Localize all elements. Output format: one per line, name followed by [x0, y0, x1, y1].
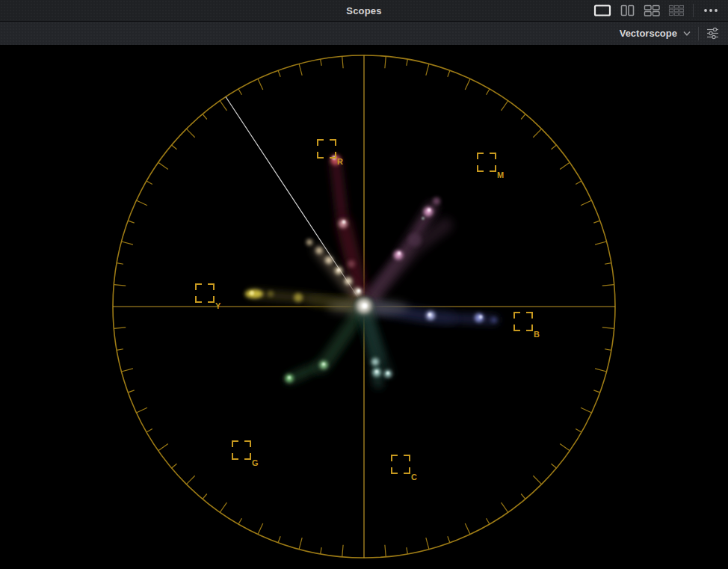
titlebar-separator — [693, 4, 694, 17]
target-label-C: C — [411, 473, 417, 482]
magenta-arm-fog — [364, 225, 445, 307]
layout-dual-button[interactable] — [617, 2, 638, 19]
target-label-B: B — [534, 330, 540, 339]
chevron-down-icon — [682, 31, 691, 37]
layout-quad-button[interactable] — [640, 2, 664, 19]
layout-single-button[interactable] — [590, 2, 615, 19]
scope-mode-label: Vectorscope — [620, 28, 677, 39]
toolbar-separator — [698, 27, 699, 40]
scope-toolbar: Vectorscope — [0, 22, 728, 45]
more-options-button[interactable] — [699, 5, 723, 16]
target-label-Y: Y — [215, 301, 221, 310]
green-arm-fog — [321, 307, 364, 367]
sliders-icon — [706, 27, 720, 40]
target-box-G — [232, 441, 250, 459]
target-box-Y — [196, 284, 214, 302]
target-label-G: G — [252, 458, 259, 467]
target-box-R — [318, 140, 336, 158]
titlebar: Scopes — [0, 0, 728, 22]
scopes-window: Scopes — [0, 0, 728, 569]
vectorscope-display: RMYBGC — [0, 45, 728, 569]
layout-dual-icon — [620, 4, 635, 17]
target-box-M — [478, 153, 496, 171]
scope-mode-dropdown[interactable]: Vectorscope — [617, 26, 694, 40]
target-box-C — [392, 455, 410, 473]
target-box-B — [514, 313, 532, 330]
layout-single-icon — [593, 4, 612, 17]
layout-grid-icon — [668, 4, 685, 17]
layout-grid-button[interactable] — [665, 2, 688, 19]
scope-area: RMYBGC — [0, 45, 728, 569]
trace — [245, 155, 497, 384]
titlebar-actions — [590, 2, 728, 19]
target-label-R: R — [337, 157, 343, 166]
scope-settings-button[interactable] — [703, 25, 723, 41]
layout-quad-icon — [643, 4, 661, 17]
target-label-M: M — [497, 170, 504, 179]
ellipsis-icon — [702, 7, 720, 14]
